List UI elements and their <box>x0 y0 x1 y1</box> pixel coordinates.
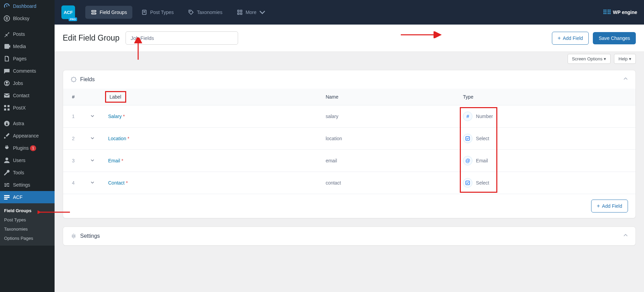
screen-options-row: Screen Options ▾ Help ▾ <box>55 52 644 64</box>
acf-logo-text: ACF <box>64 10 73 15</box>
svg-point-25 <box>73 235 74 237</box>
tab-post-types[interactable]: Post Types <box>136 6 179 19</box>
sidebar-submenu: Field Groups Post Types Taxonomies Optio… <box>0 203 55 246</box>
gauge-icon <box>3 3 10 10</box>
page-title: Edit Field Group <box>63 33 119 43</box>
fields-table: # Label Name Type 1Salary *salary#Number… <box>63 89 635 194</box>
column-order: # <box>63 89 84 105</box>
sidebar-item-label: Plugins <box>13 145 29 151</box>
type-icon: # <box>463 112 472 121</box>
row-expand-toggle[interactable] <box>90 158 94 163</box>
acf-topbar: ACF PRO Field Groups Post Types Taxonomi… <box>55 0 644 25</box>
sidebar-item-comments[interactable]: Comments <box>0 65 55 77</box>
required-marker: * <box>123 114 125 119</box>
button-label: Help <box>618 56 628 61</box>
save-changes-button[interactable]: Save Changes <box>593 32 636 44</box>
required-marker: * <box>128 136 129 141</box>
sidebar-item-postx[interactable]: PostX <box>0 102 55 114</box>
panel-header: Settings <box>63 227 635 245</box>
field-group-title-input[interactable] <box>126 31 238 45</box>
type-icon <box>463 134 472 143</box>
column-name: Name <box>319 89 456 105</box>
svg-point-9 <box>5 158 8 160</box>
add-field-button[interactable]: + Add Field <box>552 32 589 45</box>
collapse-panel-button[interactable] <box>623 233 628 239</box>
screen-options-button[interactable]: Screen Options ▾ <box>568 54 611 64</box>
table-row[interactable]: 1Salary *salary#Number <box>63 105 635 128</box>
sidebar-item-astra[interactable]: Astra <box>0 117 55 130</box>
sidebar-item-tools[interactable]: Tools <box>0 166 55 179</box>
svg-rect-12 <box>4 199 8 200</box>
sidebar-item-settings[interactable]: Settings <box>0 179 55 191</box>
field-label-link[interactable]: Email <box>108 158 120 163</box>
tab-field-groups[interactable]: Field Groups <box>85 6 132 19</box>
sidebar-item-label: Contact <box>13 93 29 98</box>
row-type-cell: @Email <box>456 150 635 172</box>
acf-logo: ACF PRO <box>61 5 75 19</box>
tab-more[interactable]: More <box>231 6 271 19</box>
sidebar-item-dashboard[interactable]: Dashboard <box>0 0 55 12</box>
svg-rect-21 <box>238 13 239 15</box>
table-row[interactable]: 4Contact *contactSelect <box>63 172 635 194</box>
sliders-icon <box>3 181 10 188</box>
tab-label: Taxonomies <box>197 10 222 15</box>
sidebar-item-contact[interactable]: Contact <box>0 89 55 102</box>
help-button[interactable]: Help ▾ <box>614 54 636 64</box>
row-expand-toggle[interactable] <box>90 114 94 119</box>
astra-icon <box>3 120 10 127</box>
add-field-button-bottom[interactable]: + Add Field <box>591 200 628 213</box>
sidebar-item-label: Users <box>13 158 26 163</box>
row-expand-toggle[interactable] <box>90 136 94 141</box>
sidebar-item-label: Blocksy <box>13 16 29 21</box>
type-text: Select <box>476 180 489 186</box>
field-label-link[interactable]: Salary <box>108 114 122 119</box>
sidebar-item-label: Pages <box>13 56 27 61</box>
main-content: ACF PRO Field Groups Post Types Taxonomi… <box>55 0 644 292</box>
type-icon: @ <box>463 156 472 165</box>
sidebar-item-media[interactable]: Media <box>0 40 55 53</box>
sidebar-item-pages[interactable]: Pages <box>0 53 55 65</box>
row-name-cell: location <box>319 128 456 150</box>
sidebar-item-acf[interactable]: ACF <box>0 191 55 203</box>
type-icon <box>463 178 472 188</box>
svg-rect-20 <box>240 10 242 12</box>
row-expand-toggle[interactable] <box>90 180 94 186</box>
row-order: 1 <box>63 105 84 128</box>
svg-rect-14 <box>92 13 96 14</box>
grid-icon <box>3 104 10 111</box>
field-label-link[interactable]: Contact <box>108 180 125 186</box>
collapse-panel-button[interactable] <box>623 76 628 83</box>
row-order: 3 <box>63 150 84 172</box>
sidebar-item-blocksy[interactable]: B Blocksy <box>0 12 55 25</box>
plus-icon: + <box>558 35 561 41</box>
type-text: Select <box>476 136 489 141</box>
button-label: Save Changes <box>599 35 630 41</box>
tag-icon <box>188 9 194 15</box>
row-label-cell: Contact * <box>101 172 319 194</box>
user-icon <box>3 157 10 164</box>
svg-point-18 <box>190 11 191 12</box>
sidebar-item-posts[interactable]: Posts <box>0 28 55 40</box>
chevron-down-icon <box>259 9 265 15</box>
field-label-link[interactable]: Location <box>108 136 126 141</box>
table-row[interactable]: 3Email *email@Email <box>63 150 635 172</box>
row-name-cell: salary <box>319 105 456 128</box>
sidebar-item-plugins[interactable]: Plugins 1 <box>0 142 55 154</box>
svg-rect-6 <box>4 108 6 111</box>
row-order: 2 <box>63 128 84 150</box>
sidebar-item-appearance[interactable]: Appearance <box>0 130 55 142</box>
sidebar-sub-post-types[interactable]: Post Types <box>0 215 55 224</box>
plug-icon <box>3 145 10 151</box>
type-text: Email <box>476 158 488 163</box>
sidebar-sub-options-pages[interactable]: Options Pages <box>0 234 55 243</box>
sidebar-sub-taxonomies[interactable]: Taxonomies <box>0 224 55 234</box>
sidebar-item-jobs[interactable]: Jobs <box>0 77 55 89</box>
sidebar-item-users[interactable]: Users <box>0 154 55 166</box>
type-text: Number <box>476 114 493 119</box>
required-marker: * <box>121 158 123 163</box>
table-row[interactable]: 2Location *locationSelect <box>63 128 635 150</box>
sidebar-item-label: Comments <box>13 68 36 74</box>
sidebar-sub-field-groups[interactable]: Field Groups <box>0 206 55 215</box>
tab-taxonomies[interactable]: Taxonomies <box>182 6 228 19</box>
column-label: Label <box>101 89 319 105</box>
